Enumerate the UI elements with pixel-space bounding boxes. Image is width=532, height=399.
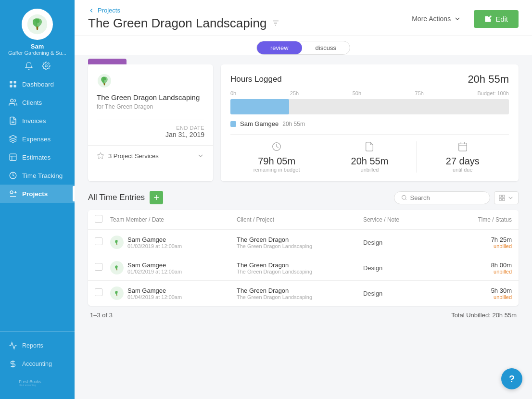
- search-input[interactable]: [410, 194, 483, 201]
- pagination-text: 1–3 of 3: [90, 312, 113, 319]
- bell-icon[interactable]: [25, 62, 33, 70]
- row-member-3: Sam Gamgee 01/04/2019 at 12:00am: [110, 287, 237, 300]
- row-time-3: 5h 30m unbilled: [469, 287, 512, 300]
- hours-title: Hours Logged: [230, 75, 282, 84]
- hours-total: 20h 55m: [468, 73, 509, 86]
- svg-text:FreshBooks: FreshBooks: [19, 379, 41, 384]
- sidebar-item-clients[interactable]: Clients: [0, 93, 75, 112]
- svg-point-14: [10, 191, 13, 194]
- select-all-checkbox[interactable]: [95, 215, 102, 223]
- svg-rect-25: [459, 143, 467, 151]
- svg-rect-40: [116, 295, 117, 296]
- svg-rect-33: [499, 198, 501, 200]
- user-name: Sam: [8, 43, 66, 50]
- card-tab-indicator: [88, 59, 213, 64]
- breadcrumb[interactable]: Projects: [88, 7, 280, 14]
- svg-rect-5: [10, 85, 12, 87]
- stat-remaining-label: remaining in budget: [230, 167, 323, 173]
- svg-rect-36: [116, 244, 117, 245]
- row-service-2: Design: [363, 264, 469, 272]
- chevron-down-icon: [197, 152, 204, 160]
- header-service: Service / Note: [363, 216, 469, 223]
- more-actions-button[interactable]: More Actions: [406, 11, 467, 26]
- avatar-1: [110, 236, 124, 249]
- row-service-1: Design: [363, 239, 469, 246]
- tabs-bar: review discuss: [75, 36, 532, 55]
- row-member-1: Sam Gamgee 01/03/2019 at 12:00am: [110, 236, 237, 249]
- sidebar-item-reports[interactable]: Reports: [0, 337, 75, 355]
- legend-dot: [230, 121, 236, 127]
- sidebar-item-expenses[interactable]: Expenses: [0, 130, 75, 148]
- tab-discuss[interactable]: discuss: [302, 41, 350, 54]
- svg-rect-1: [37, 26, 38, 30]
- topbar-left: Projects The Green Dragon Landscaping: [88, 7, 280, 31]
- section-title: All Time Entries: [88, 193, 145, 202]
- table-row: Sam Gamgee 01/02/2019 at 12:00am The Gre…: [88, 255, 519, 281]
- hours-header: Hours Logged 20h 55m: [230, 73, 509, 86]
- filter-icon[interactable]: [271, 16, 280, 31]
- svg-rect-6: [14, 85, 16, 87]
- avatar-2: [110, 261, 124, 274]
- top-row: The Green Dragon Landscaping for The Gre…: [88, 64, 519, 181]
- row-client-1: The Green Dragon The Green Dragon Landsc…: [237, 236, 363, 249]
- document-icon: [323, 141, 416, 154]
- edit-button[interactable]: Edit: [474, 10, 519, 28]
- stat-unbilled-label: unbilled: [323, 167, 416, 173]
- chevron-down-icon: [507, 194, 514, 201]
- topbar-right: More Actions Edit: [406, 10, 519, 28]
- search-icon: [401, 194, 407, 201]
- sidebar-item-projects[interactable]: Projects: [0, 185, 75, 203]
- project-logo: [97, 73, 112, 88]
- sidebar-item-accounting[interactable]: Accounting: [0, 355, 75, 373]
- svg-text:cloud accounting: cloud accounting: [19, 384, 36, 387]
- gear-icon[interactable]: [42, 62, 51, 70]
- project-services-row[interactable]: 3 Project Services: [88, 145, 213, 166]
- add-entry-button[interactable]: +: [150, 191, 163, 204]
- hours-legend: Sam Gamgee 20h 55m: [230, 120, 509, 127]
- svg-rect-34: [503, 198, 505, 200]
- row-client-3: The Green Dragon The Green Dragon Landsc…: [237, 287, 363, 300]
- row-checkbox-1[interactable]: [95, 237, 110, 247]
- sidebar-item-estimates[interactable]: Estimates: [0, 148, 75, 166]
- main-nav: Dashboard Clients Invoices Expenses Esti…: [0, 75, 75, 331]
- app-logo: [22, 9, 53, 40]
- legend-name: Sam Gamgee: [240, 120, 279, 127]
- table-row: Sam Gamgee 01/03/2019 at 12:00am The Gre…: [88, 230, 519, 255]
- stat-unbilled: 20h 55m unbilled: [323, 141, 416, 173]
- hours-axis: 0h 25h 50h 75h Budget: 100h: [230, 90, 509, 96]
- table-header: Team Member / Date Client / Project Serv…: [88, 210, 519, 230]
- row-service-3: Design: [363, 290, 469, 297]
- topbar: Projects The Green Dragon Landscaping Mo…: [75, 0, 532, 36]
- chevron-left-icon: [88, 7, 95, 14]
- time-entries-table: Team Member / Date Client / Project Serv…: [88, 210, 519, 306]
- svg-rect-32: [503, 195, 505, 197]
- stat-unbilled-value: 20h 55m: [323, 156, 416, 167]
- grid-icon: [498, 194, 506, 201]
- svg-point-2: [45, 65, 47, 67]
- sidebar-item-dashboard[interactable]: Dashboard: [0, 75, 75, 93]
- tab-review[interactable]: review: [257, 41, 302, 54]
- row-member-2: Sam Gamgee 01/02/2019 at 12:00am: [110, 261, 237, 274]
- section-title-row: All Time Entries +: [88, 191, 163, 204]
- user-info: Sam Gaffer Gardening & Su...: [8, 43, 66, 56]
- stats-row: 79h 05m remaining in budget 20h 55m unbi…: [230, 141, 509, 173]
- svg-rect-4: [14, 81, 16, 83]
- sidebar-item-time-tracking[interactable]: Time Tracking: [0, 166, 75, 185]
- header-time: Time / Status: [469, 216, 512, 223]
- stat-days: 27 days until due: [417, 141, 509, 173]
- legend-time: 20h 55m: [282, 121, 305, 127]
- row-checkbox-3[interactable]: [95, 288, 110, 298]
- help-button[interactable]: ?: [501, 368, 522, 389]
- stat-days-value: 27 days: [417, 156, 509, 167]
- page-title: The Green Dragon Landscaping: [88, 16, 280, 31]
- total-unbilled-text: Total Unbilled: 20h 55m: [451, 312, 517, 319]
- stat-remaining: 79h 05m remaining in budget: [230, 141, 323, 173]
- svg-rect-10: [10, 154, 16, 161]
- stat-remaining-value: 79h 05m: [230, 156, 323, 167]
- view-toggle-button[interactable]: [494, 191, 519, 204]
- avatar-3: [110, 287, 124, 300]
- content-area: The Green Dragon Landscaping for The Gre…: [75, 55, 532, 399]
- sidebar-item-invoices[interactable]: Invoices: [0, 112, 75, 130]
- row-checkbox-2[interactable]: [95, 263, 110, 273]
- header-client: Client / Project: [237, 216, 363, 223]
